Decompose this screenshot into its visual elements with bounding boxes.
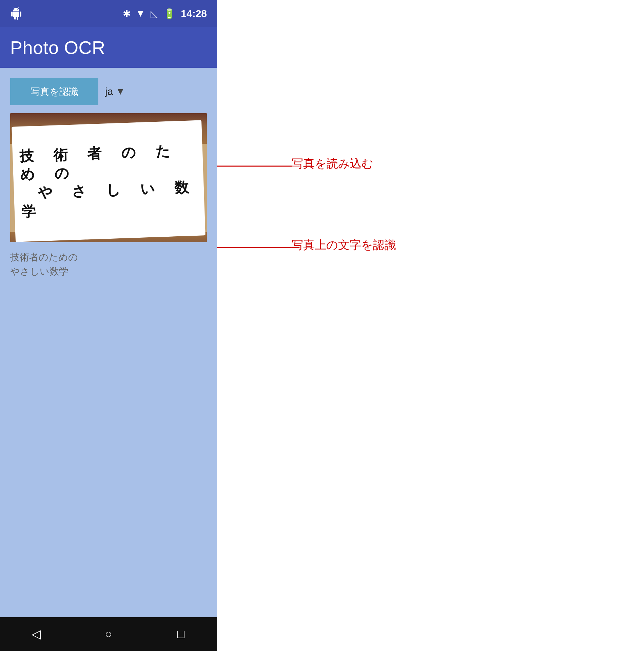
dropdown-arrow-icon[interactable]: ▼	[116, 86, 125, 97]
status-bar-right: ✱ ▼ ◺ 🔋 14:28	[123, 8, 207, 19]
phone-frame: ✱ ▼ ◺ 🔋 14:28 Photo OCR 写真を認識 ja ▼	[0, 0, 217, 651]
annotation-area: 写真を読み込む 写真上の文字を認識	[217, 0, 644, 651]
paper-image: 技 術 者 の た め の や さ し い 数 学	[12, 120, 206, 242]
recognize-button[interactable]: 写真を認識	[10, 78, 98, 105]
recent-icon: □	[177, 627, 184, 641]
language-value: ja	[105, 86, 113, 97]
home-icon: ○	[105, 627, 112, 641]
annotation-1-text: 写真を読み込む	[292, 156, 373, 172]
status-time: 14:28	[181, 8, 207, 19]
language-select-container: ja ▼	[105, 86, 207, 97]
photo-area[interactable]: 技 術 者 の た め の や さ し い 数 学	[10, 113, 207, 242]
annotation-2: 写真上の文字を認識	[292, 237, 396, 253]
status-bar-left	[10, 7, 22, 20]
ocr-result-line1: 技術者のための	[10, 250, 207, 264]
recent-button[interactable]: □	[171, 624, 191, 644]
home-button[interactable]: ○	[98, 624, 119, 644]
annotation-1: 写真を読み込む	[292, 156, 373, 172]
back-button[interactable]: ◁	[26, 624, 46, 644]
signal-icon: ◺	[151, 8, 158, 19]
main-content: 写真を認識 ja ▼ 技 術 者 の た め の や さ し い 数 学 技術者…	[0, 68, 217, 617]
wifi-icon: ▼	[136, 8, 145, 19]
ocr-result: 技術者のための やさしい数学	[10, 250, 207, 279]
annotation-svg	[217, 0, 644, 651]
controls-row: 写真を認識 ja ▼	[10, 78, 207, 105]
annotation-2-text: 写真上の文字を認識	[292, 237, 396, 253]
app-title: Photo OCR	[10, 37, 105, 58]
status-bar: ✱ ▼ ◺ 🔋 14:28	[0, 0, 217, 27]
battery-icon: 🔋	[163, 8, 175, 19]
app-bar: Photo OCR	[0, 27, 217, 68]
bottom-nav: ◁ ○ □	[0, 617, 217, 651]
bluetooth-icon: ✱	[123, 8, 131, 19]
back-icon: ◁	[32, 627, 41, 641]
android-icon	[10, 7, 22, 20]
paper-text-line1: 技 術 者 の た め の	[19, 141, 196, 184]
ocr-result-line2: やさしい数学	[10, 264, 207, 279]
paper-text-line2: や さ し い 数 学	[20, 178, 198, 221]
